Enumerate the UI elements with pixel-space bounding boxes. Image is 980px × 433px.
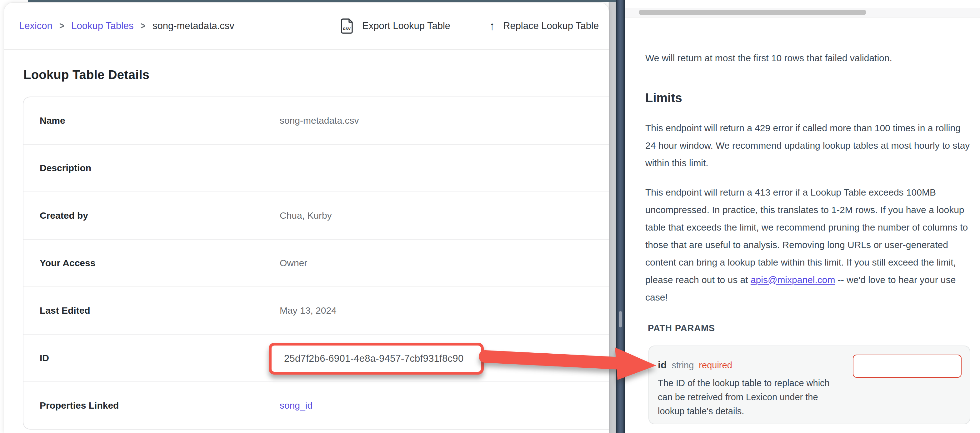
apis-mixpanel-email-link[interactable]: apis@mixpanel.com [751,275,835,285]
lookup-table-id-value: 25d7f2b6-6901-4e8a-9457-7cbf931f8c90 [284,353,463,364]
csv-file-icon: csv [340,18,354,34]
table-row-description: Description [24,144,609,191]
param-required-badge: required [699,360,732,371]
panel-header: Lexicon > Lookup Tables > song-metadata.… [4,3,609,50]
docs-horizontal-scrollbar[interactable] [625,8,980,18]
row-label: Your Access [40,240,95,287]
param-header: id string required [658,359,732,371]
export-button-label: Export Lookup Table [362,20,450,32]
table-row-created-by: Created by Chua, Kurby [24,191,609,239]
api-docs-panel: We will return at most the first 10 rows… [625,0,980,433]
row-label: Properties Linked [40,382,119,429]
docs-intro-text: We will return at most the first 10 rows… [645,49,973,67]
path-params-heading: PATH PARAMS [648,323,715,333]
param-description: The ID of the lookup table to replace wh… [658,376,839,418]
song-id-property-link[interactable]: song_id [280,400,312,411]
row-value: song-metadata.csv [280,97,359,144]
row-label: Created by [40,192,88,239]
svg-text:csv: csv [343,25,351,31]
upload-arrow-icon: ↑ [489,19,495,33]
export-lookup-table-button[interactable]: csv Export Lookup Table [340,3,450,49]
row-label: ID [40,334,49,382]
limits-paragraph-413: This endpoint will return a 413 error if… [645,184,974,306]
breadcrumb-lookup-tables[interactable]: Lookup Tables [71,20,134,32]
param-type: string [671,360,694,371]
limits-paragraph-429: This endpoint will return a 429 error if… [645,119,973,172]
table-row-id: ID 25d7f2b6-6901-4e8a-9457-7cbf931f8c90 [24,334,609,382]
replace-lookup-table-button[interactable]: ↑ Replace Lookup Table [489,3,599,49]
divider-scrollbar-thumb[interactable] [619,311,622,327]
breadcrumb: Lexicon > Lookup Tables > song-metadata.… [19,3,234,49]
table-row-properties-linked: Properties Linked song_id [24,382,609,429]
replace-button-label: Replace Lookup Table [503,20,599,32]
limits-heading: Limits [645,91,682,105]
docs-horizontal-scrollbar-thumb[interactable] [639,10,866,15]
row-label: Name [40,97,65,144]
table-row-last-edited: Last Edited May 13, 2024 [24,287,609,334]
window-top-dark-strip [28,0,625,2]
left-panel-scrollbar-thumb[interactable] [609,2,616,433]
table-row-name: Name song-metadata.csv [24,97,609,144]
table-row-your-access: Your Access Owner [24,239,609,287]
paragraph-text: This endpoint will return a 413 error if… [645,187,968,285]
id-annotation-highlight-box: 25d7f2b6-6901-4e8a-9457-7cbf931f8c90 [269,343,484,374]
row-label: Description [40,145,91,191]
lookup-table-details-panel: Lexicon > Lookup Tables > song-metadata.… [4,3,609,433]
row-value: May 13, 2024 [280,287,337,334]
panel-divider [616,0,625,433]
page-title: Lookup Table Details [24,68,150,82]
breadcrumb-current-file: song-metadata.csv [153,20,234,32]
row-label: Last Edited [40,287,90,334]
param-name: id [658,359,667,371]
left-panel-scrollbar[interactable] [608,2,616,433]
row-value: Chua, Kurby [280,192,332,239]
id-input[interactable] [853,355,962,378]
breadcrumb-separator-icon: > [141,20,146,32]
details-table: Name song-metadata.csv Description Creat… [23,97,609,430]
breadcrumb-separator-icon: > [59,20,64,32]
breadcrumb-lexicon[interactable]: Lexicon [19,20,52,32]
id-param-card: id string required The ID of the lookup … [648,345,970,424]
row-value: Owner [280,240,307,287]
